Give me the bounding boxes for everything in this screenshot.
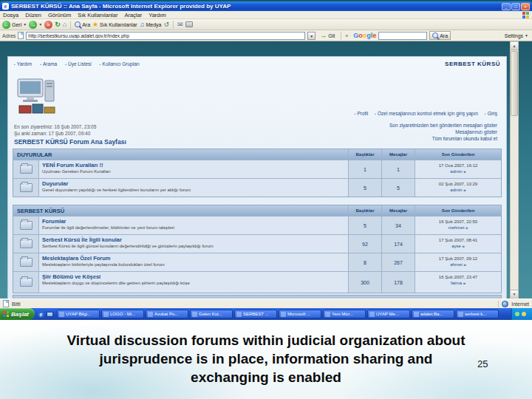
app-icon xyxy=(103,312,109,317)
caption-line-2: jurisprudence is in place, information s… xyxy=(0,349,532,368)
scroll-down-arrow[interactable]: ▼ xyxy=(511,290,518,298)
view-latest-post-icon[interactable]: » xyxy=(463,281,466,285)
vertical-scrollbar[interactable]: ▲ ▼ xyxy=(510,41,519,299)
last-post-user-link[interactable]: mehmet xyxy=(449,225,465,230)
forum-description: Genel duyuruların yapıldığı ve herkesi i… xyxy=(42,188,345,193)
stop-button[interactable]: × xyxy=(44,21,52,29)
refresh-icon: ↻ xyxy=(55,21,61,28)
address-dropdown-button[interactable]: ▼ xyxy=(307,32,316,40)
forum-row-icon-cell xyxy=(13,160,38,178)
topics-count: 92 xyxy=(349,235,381,253)
forum-title-link[interactable]: Forumlar xyxy=(42,218,345,225)
view-latest-post-icon[interactable]: » xyxy=(463,188,466,192)
app-icon xyxy=(414,312,419,317)
back-dropdown-icon[interactable]: ▼ xyxy=(23,22,27,27)
bullet-icon: ▪ xyxy=(100,62,101,66)
history-button[interactable]: ↺ xyxy=(163,21,169,28)
browser-viewport: ▪ Yardım ▪ Arama ▪ Üye Listesi ▪ Kullanı… xyxy=(0,41,532,299)
internet-zone-icon xyxy=(502,301,508,307)
taskbar-window-button[interactable]: Gelen Kut... xyxy=(190,310,233,318)
taskbar-window-button[interactable]: UYAP Me... xyxy=(367,310,410,318)
view-latest-post-icon[interactable]: » xyxy=(463,169,466,174)
google-logo: G o o g l e xyxy=(353,32,376,39)
start-button[interactable]: Başlat xyxy=(0,308,35,320)
forum-title-link[interactable]: Serbest Kürsü İle İlgili konular xyxy=(42,236,345,243)
google-search-button[interactable]: Ara xyxy=(429,31,451,40)
home-button[interactable]: ⌂ xyxy=(63,21,66,28)
taskbar-window-button[interactable]: SERBEST ... xyxy=(234,310,277,318)
menu-araclar[interactable]: Araçlar xyxy=(124,12,142,18)
taskbar-window-button[interactable]: Microsoft ... xyxy=(279,310,321,318)
google-settings-button[interactable]: Settings ▼ xyxy=(505,33,530,38)
forum-nav-yardim[interactable]: ▪ Yardım xyxy=(14,61,32,66)
search-button[interactable]: Ara xyxy=(75,21,90,27)
menu-duzen[interactable]: Düzen xyxy=(25,12,41,18)
address-label: Adres xyxy=(2,33,16,38)
minimize-button[interactable]: _ xyxy=(502,3,511,10)
forward-button[interactable]: → ▼ xyxy=(29,21,42,29)
media-button[interactable]: ♫ Medya xyxy=(140,21,162,28)
window-controls: _ □ × xyxy=(502,3,530,10)
forum-nav-kullanici-gruplari[interactable]: ▪ Kullanıcı Grupları xyxy=(100,61,140,66)
profile-link[interactable]: ▪ Profil xyxy=(355,111,369,116)
view-latest-post-icon[interactable]: » xyxy=(463,244,465,248)
menu-sik-kullanilanlar[interactable]: Sık Kullanılanlar xyxy=(78,12,117,18)
mark-all-forums-read-link[interactable]: Tüm forumları okundu kabul et xyxy=(389,135,497,142)
last-post-user-link[interactable]: admin xyxy=(450,188,462,192)
forum-description: Uyulması Gereken Forum Kuralları xyxy=(42,169,345,174)
go-button[interactable]: → Git xyxy=(318,31,337,40)
view-latest-post-icon[interactable]: » xyxy=(464,262,466,267)
taskbar-window-button[interactable]: UYAP Bilgi... xyxy=(57,310,100,318)
scroll-up-arrow[interactable]: ▲ xyxy=(511,42,518,50)
last-post-user-link[interactable]: fatma xyxy=(451,281,462,285)
show-desktop-icon[interactable] xyxy=(47,312,53,317)
forum-nav-arama[interactable]: ▪ Arama xyxy=(40,61,57,66)
slide-caption-area: Virtual discussion forums within judicia… xyxy=(0,320,532,399)
links-chevron-icon[interactable]: » xyxy=(345,33,348,38)
back-button[interactable]: ← Geri ▼ xyxy=(2,21,27,29)
posts-count: 174 xyxy=(382,235,415,253)
close-button[interactable]: × xyxy=(521,3,530,10)
folder-icon xyxy=(20,258,33,267)
last-post-cell: 17 Şub 2007, 09:12 ahmet » xyxy=(415,253,501,271)
tray-status-icon[interactable] xyxy=(522,312,526,316)
forum-title-link[interactable]: Duyurular xyxy=(42,180,345,187)
category-header: DUYURULAR xyxy=(13,149,348,160)
print-button[interactable] xyxy=(185,21,193,27)
menu-dosya[interactable]: Dosya xyxy=(3,12,18,18)
favorites-star-icon: ★ xyxy=(92,21,98,28)
login-link[interactable]: ▪ Giriş xyxy=(485,111,497,116)
last-post-user-link[interactable]: ahmet xyxy=(450,262,463,267)
taskbar-window-button[interactable]: adalet.Ba... xyxy=(412,310,454,318)
forward-dropdown-icon[interactable]: ▼ xyxy=(38,22,42,27)
scrollbar-thumb[interactable] xyxy=(511,51,518,116)
tray-status-icon[interactable] xyxy=(515,312,519,316)
forum-nav-uye-listesi[interactable]: ▪ Üye Listesi xyxy=(65,61,92,66)
forum-title-link[interactable]: YENİ Forum Kuralları !! xyxy=(42,162,345,168)
private-messages-link[interactable]: ▪ Özel mesajlarınızı kontrol etmek için … xyxy=(375,111,478,116)
ie-quick-launch-icon[interactable]: e xyxy=(38,311,44,318)
favorites-button[interactable]: ★ Sık Kullanılanlar xyxy=(92,21,137,28)
taskbar-window-button[interactable]: Yeni Micr... xyxy=(323,310,366,318)
refresh-button[interactable]: ↻ xyxy=(55,21,61,28)
forum-title-link[interactable]: Şiir Bölümü ve Köşesi xyxy=(42,273,345,280)
view-latest-post-icon[interactable]: » xyxy=(466,225,468,230)
taskbar-window-button[interactable]: LOGO - Mi... xyxy=(101,310,144,318)
caption-line-3: exchanging is enabled xyxy=(0,368,532,386)
menu-yardim[interactable]: Yardım xyxy=(149,12,166,18)
last-post-user-link[interactable]: admin xyxy=(450,169,462,174)
view-your-posts-link[interactable]: Mesajlarınızı göster xyxy=(389,129,497,135)
google-search-input[interactable] xyxy=(378,32,427,40)
last-post-user-link[interactable]: ayse xyxy=(451,244,461,248)
address-input[interactable] xyxy=(26,32,305,40)
view-posts-since-last-visit-link[interactable]: Son ziyaretinizden beri gönderilen mesaj… xyxy=(389,122,497,129)
taskbar-window-button[interactable]: serbest k... xyxy=(456,310,499,318)
standard-toolbar: ← Geri ▼ → ▼ × ↻ ⌂ Ara ★ xyxy=(0,19,532,30)
taskbar-window-button[interactable]: Avukat Po... xyxy=(146,310,188,318)
maximize-button[interactable]: □ xyxy=(511,3,520,10)
view-posts-links: Son ziyaretinizden beri gönderilen mesaj… xyxy=(389,122,497,142)
forum-title-link[interactable]: Meslektaşlara Özel Forum xyxy=(42,255,345,262)
menu-gorunum[interactable]: Görünüm xyxy=(48,12,71,18)
mail-button[interactable]: ✉ xyxy=(177,21,183,28)
forum-index-title-link[interactable]: SERBEST KÜRSÜ Forum Ana Sayfası xyxy=(14,138,126,146)
